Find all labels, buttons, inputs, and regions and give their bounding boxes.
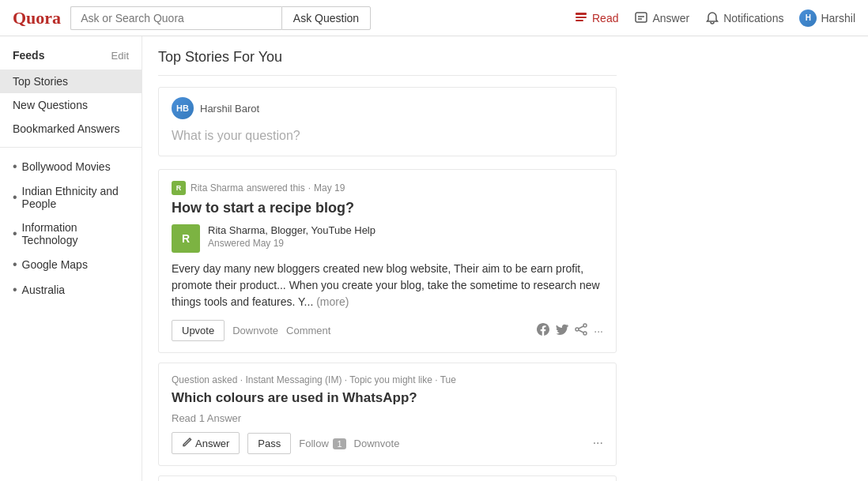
sidebar-item-top-stories[interactable]: Top Stories (0, 70, 142, 93)
more-link[interactable]: (more) (316, 295, 349, 308)
story-card: R Rita Sharma answered this · May 19 How… (158, 169, 617, 353)
story-body: Every day many new bloggers created new … (172, 262, 600, 308)
feeds-title: Feeds (13, 49, 44, 62)
bullet-icon: • (13, 227, 17, 241)
ask-question-button[interactable]: Ask Question (281, 6, 371, 30)
svg-rect-0 (576, 13, 587, 15)
answer-pencil-icon (182, 437, 192, 449)
notifications-icon (705, 11, 719, 25)
more-options-icon[interactable]: ··· (593, 436, 603, 450)
top-stories-label: Top Stories (13, 75, 68, 88)
sidebar-divider (0, 147, 142, 148)
header-nav: Read Answer Notifications H Harshil (574, 9, 855, 27)
svg-rect-3 (636, 13, 647, 22)
new-questions-label: New Questions (13, 99, 88, 111)
search-input[interactable] (70, 6, 281, 30)
feeds-header: Feeds Edit (0, 49, 142, 70)
question-meta: Question asked · Instant Messaging (IM) … (172, 374, 603, 385)
svg-point-5 (576, 328, 579, 331)
answer-label: Answer (195, 438, 229, 449)
user-avatar: H (799, 9, 817, 27)
ask-box: HB Harshil Barot What is your question? (158, 87, 617, 156)
answer-avatar: R (172, 224, 200, 253)
pass-button[interactable]: Pass (247, 433, 291, 454)
sidebar-item-australia[interactable]: • Australia (0, 277, 142, 303)
information-technology-label: Information Technology (22, 221, 129, 246)
search-container: Ask Question (70, 6, 371, 30)
answer-section: R Rita Sharma, Blogger, YouTube Help Ans… (172, 224, 603, 253)
answer-user-meta: Answered May 19 (208, 238, 376, 249)
comment-button[interactable]: Comment (286, 325, 330, 336)
main-layout: Feeds Edit Top Stories New Questions Boo… (0, 36, 868, 481)
downvote-link[interactable]: Downvote (354, 438, 400, 449)
bollywood-movies-label: Bollywood Movies (22, 160, 111, 173)
question-actions: Answer Pass Follow 1 Downvote ··· (172, 432, 603, 454)
upcoming-bar: Upcoming Sessions View All (158, 475, 617, 481)
read-answers[interactable]: Read 1 Answer (172, 412, 603, 424)
bullet-icon: • (13, 283, 17, 297)
read-icon (574, 11, 588, 25)
sidebar-item-new-questions[interactable]: New Questions (0, 93, 142, 117)
nav-item-answer[interactable]: Answer (634, 11, 689, 25)
svg-point-4 (583, 324, 587, 327)
edit-link[interactable]: Edit (111, 50, 129, 62)
ask-box-avatar: HB (172, 97, 194, 119)
story-meta-action: answered this (247, 182, 305, 194)
page-title: Top Stories For You (158, 49, 617, 76)
follow-label: Follow (299, 438, 329, 449)
answer-icon (634, 11, 648, 25)
main-content: Top Stories For You HB Harshil Barot Wha… (142, 36, 632, 481)
story-meta-avatar: R (172, 181, 186, 195)
facebook-icon[interactable] (537, 323, 549, 338)
svg-point-6 (583, 332, 587, 335)
ask-box-username: Harshil Barot (200, 103, 259, 115)
ask-box-placeholder[interactable]: What is your question? (172, 126, 603, 146)
story-meta-dot: · (308, 182, 311, 194)
nav-item-user[interactable]: H Harshil (799, 9, 855, 27)
upvote-button[interactable]: Upvote (172, 320, 225, 341)
svg-rect-2 (576, 20, 583, 21)
bullet-icon: • (13, 190, 17, 205)
question-title[interactable]: Which colours are used in WhatsApp? (172, 390, 603, 406)
answer-button[interactable]: Answer (172, 432, 240, 454)
nav-item-read[interactable]: Read (574, 11, 618, 25)
follow-button[interactable]: Follow 1 (299, 438, 345, 449)
story-title[interactable]: How to start a recipe blog? (172, 200, 603, 216)
nav-answer-label: Answer (652, 12, 689, 24)
twitter-icon[interactable] (556, 323, 568, 338)
right-column (632, 36, 854, 481)
sidebar-item-bookmarked-answers[interactable]: Bookmarked Answers (0, 117, 142, 141)
bullet-icon: • (13, 160, 17, 174)
downvote-button[interactable]: Downvote (232, 325, 278, 336)
user-name-label: Harshil (821, 12, 855, 24)
question-card: Question asked · Instant Messaging (IM) … (158, 363, 617, 466)
social-icons: ··· (537, 323, 603, 338)
story-meta-user: Rita Sharma (191, 182, 243, 194)
story-text: Every day many new bloggers created new … (172, 261, 603, 310)
header: Quora Ask Question Read Answer Notificat… (0, 0, 868, 36)
nav-notifications-label: Notifications (723, 12, 783, 24)
australia-label: Australia (22, 284, 65, 296)
quora-logo[interactable]: Quora (13, 8, 61, 28)
sidebar-item-bollywood-movies[interactable]: • Bollywood Movies (0, 154, 142, 179)
story-meta-date: May 19 (314, 182, 345, 194)
answer-user-info: Rita Sharma, Blogger, YouTube Help Answe… (208, 224, 376, 253)
bookmarked-answers-label: Bookmarked Answers (13, 122, 119, 135)
bullet-icon: • (13, 257, 17, 272)
nav-read-label: Read (592, 12, 618, 24)
sidebar-item-indian-ethnicity[interactable]: • Indian Ethnicity and People (0, 179, 142, 216)
sidebar: Feeds Edit Top Stories New Questions Boo… (0, 36, 142, 481)
google-maps-label: Google Maps (22, 258, 88, 271)
answer-user-name[interactable]: Rita Sharma, Blogger, YouTube Help (208, 224, 376, 236)
nav-item-notifications[interactable]: Notifications (705, 11, 783, 25)
svg-rect-1 (576, 17, 587, 18)
sidebar-item-information-technology[interactable]: • Information Technology (0, 216, 142, 252)
share-icon[interactable] (575, 323, 587, 338)
story-actions: Upvote Downvote Comment ··· (172, 320, 603, 341)
more-icon[interactable]: ··· (594, 325, 603, 337)
indian-ethnicity-label: Indian Ethnicity and People (22, 185, 129, 210)
sidebar-item-google-maps[interactable]: • Google Maps (0, 252, 142, 277)
follow-count: 1 (333, 438, 345, 449)
ask-box-user: HB Harshil Barot (172, 97, 603, 119)
story-meta: R Rita Sharma answered this · May 19 (172, 181, 603, 195)
